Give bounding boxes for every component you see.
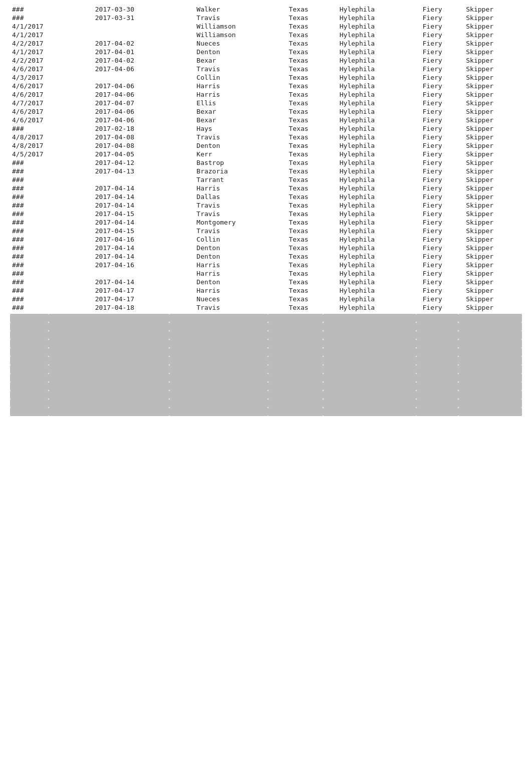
cell-county: Harris xyxy=(194,184,287,192)
cell-species: Fiery xyxy=(420,158,464,167)
cell-date1: ### xyxy=(10,227,93,235)
cell-species: Fiery xyxy=(420,22,464,31)
blurred-row xyxy=(10,408,522,416)
cell-date2: 2017-04-15 xyxy=(93,210,195,218)
cell-county: Walker xyxy=(194,5,287,14)
table-row: ### 2017-04-16 Collin Texas Hylephila Fi… xyxy=(10,235,522,244)
table-row: 4/7/2017 2017-04-07 Ellis Texas Hylephil… xyxy=(10,99,522,107)
cell-genus: Hylephila xyxy=(338,124,421,133)
cell-county: Bastrop xyxy=(194,158,287,167)
table-row: 4/6/2017 2017-04-06 Bexar Texas Hylephil… xyxy=(10,116,522,124)
cell-genus: Hylephila xyxy=(338,73,421,82)
table-row: ### 2017-03-31 Travis Texas Hylephila Fi… xyxy=(10,14,522,22)
table-row: 4/3/2017 Collin Texas Hylephila Fiery Sk… xyxy=(10,73,522,82)
cell-species: Fiery xyxy=(420,295,464,303)
cell-county: Bexar xyxy=(194,116,287,124)
cell-county: Travis xyxy=(194,65,287,73)
cell-county: Bexar xyxy=(194,56,287,65)
table-row: ### 2017-04-14 Denton Texas Hylephila Fi… xyxy=(10,252,522,261)
cell-state: Texas xyxy=(287,65,337,73)
data-table: ### 2017-03-30 Walker Texas Hylephila Fi… xyxy=(10,5,522,312)
cell-county: Collin xyxy=(194,235,287,244)
cell-species: Fiery xyxy=(420,303,464,312)
cell-state: Texas xyxy=(287,90,337,99)
cell-genus: Hylephila xyxy=(338,107,421,116)
cell-common: Skipper xyxy=(464,278,522,286)
cell-state: Texas xyxy=(287,218,337,227)
cell-state: Texas xyxy=(287,99,337,107)
cell-state: Texas xyxy=(287,286,337,295)
cell-species: Fiery xyxy=(420,167,464,175)
cell-state: Texas xyxy=(287,210,337,218)
cell-state: Texas xyxy=(287,48,337,56)
cell-genus: Hylephila xyxy=(338,184,421,192)
table-row: ### 2017-04-13 Brazoria Texas Hylephila … xyxy=(10,167,522,175)
table-row: 4/6/2017 2017-04-06 Bexar Texas Hylephil… xyxy=(10,107,522,116)
table-row: ### 2017-04-12 Bastrop Texas Hylephila F… xyxy=(10,158,522,167)
cell-date2 xyxy=(93,22,195,31)
cell-date2 xyxy=(93,269,195,278)
table-row: ### 2017-04-17 Harris Texas Hylephila Fi… xyxy=(10,286,522,295)
cell-state: Texas xyxy=(287,5,337,14)
cell-species: Fiery xyxy=(420,82,464,90)
blurred-row xyxy=(10,348,522,356)
cell-date2: 2017-04-05 xyxy=(93,150,195,158)
cell-state: Texas xyxy=(287,244,337,252)
cell-date2: 2017-04-14 xyxy=(93,201,195,210)
blurred-row xyxy=(10,339,522,348)
cell-common: Skipper xyxy=(464,218,522,227)
table-row: 4/1/2017 2017-04-01 Denton Texas Hylephi… xyxy=(10,48,522,56)
cell-date1: 4/6/2017 xyxy=(10,90,93,99)
cell-state: Texas xyxy=(287,184,337,192)
cell-common: Skipper xyxy=(464,22,522,31)
cell-date1: ### xyxy=(10,235,93,244)
cell-genus: Hylephila xyxy=(338,39,421,48)
table-row: ### 2017-02-18 Hays Texas Hylephila Fier… xyxy=(10,124,522,133)
cell-species: Fiery xyxy=(420,210,464,218)
cell-species: Fiery xyxy=(420,99,464,107)
cell-date1: ### xyxy=(10,175,93,184)
cell-date2 xyxy=(93,175,195,184)
cell-date2: 2017-04-14 xyxy=(93,278,195,286)
cell-genus: Hylephila xyxy=(338,286,421,295)
cell-state: Texas xyxy=(287,22,337,31)
cell-state: Texas xyxy=(287,235,337,244)
cell-date2: 2017-04-18 xyxy=(93,303,195,312)
cell-county: Dallas xyxy=(194,192,287,201)
table-row: ### 2017-04-15 Travis Texas Hylephila Fi… xyxy=(10,210,522,218)
cell-county: Nueces xyxy=(194,39,287,48)
cell-date2: 2017-04-06 xyxy=(93,116,195,124)
cell-date2: 2017-04-06 xyxy=(93,90,195,99)
cell-common: Skipper xyxy=(464,73,522,82)
cell-genus: Hylephila xyxy=(338,90,421,99)
cell-date1: ### xyxy=(10,261,93,269)
cell-date1: 4/1/2017 xyxy=(10,48,93,56)
cell-species: Fiery xyxy=(420,227,464,235)
cell-species: Fiery xyxy=(420,192,464,201)
cell-species: Fiery xyxy=(420,116,464,124)
cell-species: Fiery xyxy=(420,252,464,261)
table-row: 4/2/2017 2017-04-02 Nueces Texas Hylephi… xyxy=(10,39,522,48)
cell-common: Skipper xyxy=(464,158,522,167)
cell-county: Harris xyxy=(194,261,287,269)
cell-date2: 2017-03-31 xyxy=(93,14,195,22)
cell-county: Travis xyxy=(194,201,287,210)
table-row: ### Tarrant Texas Hylephila Fiery Skippe… xyxy=(10,175,522,184)
cell-county: Denton xyxy=(194,48,287,56)
cell-date1: ### xyxy=(10,295,93,303)
cell-date1: 4/2/2017 xyxy=(10,39,93,48)
table-row: ### 2017-04-15 Travis Texas Hylephila Fi… xyxy=(10,227,522,235)
cell-genus: Hylephila xyxy=(338,48,421,56)
cell-state: Texas xyxy=(287,124,337,133)
cell-county: Denton xyxy=(194,244,287,252)
cell-genus: Hylephila xyxy=(338,192,421,201)
cell-common: Skipper xyxy=(464,244,522,252)
cell-genus: Hylephila xyxy=(338,244,421,252)
cell-state: Texas xyxy=(287,158,337,167)
table-row: 4/5/2017 2017-04-05 Kerr Texas Hylephila… xyxy=(10,150,522,158)
cell-state: Texas xyxy=(287,14,337,22)
cell-common: Skipper xyxy=(464,99,522,107)
cell-date1: ### xyxy=(10,252,93,261)
cell-species: Fiery xyxy=(420,218,464,227)
cell-common: Skipper xyxy=(464,14,522,22)
